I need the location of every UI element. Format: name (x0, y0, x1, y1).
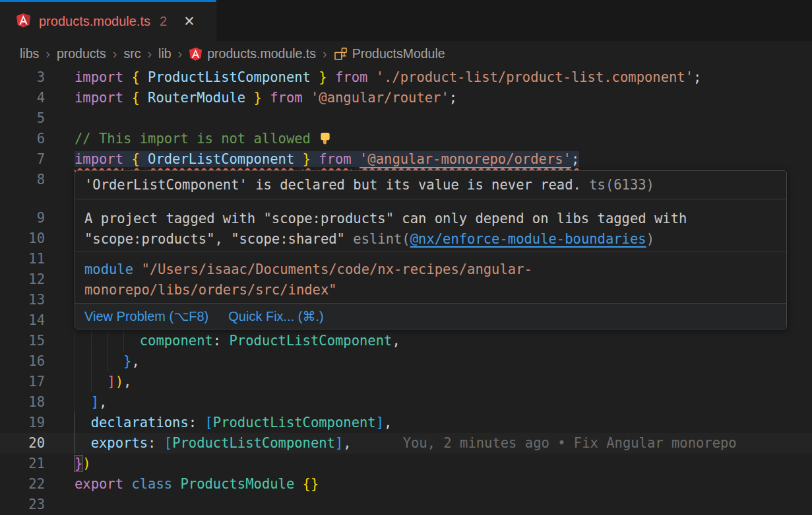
code-line-21[interactable]: 21}) (0, 454, 812, 474)
token: } (319, 69, 327, 85)
hover-text: A project tagged with "scope:products" c… (84, 211, 687, 226)
line-content: import { ProductListComponent } from './… (0, 67, 812, 88)
line-content: component: ProductListComponent, (0, 331, 812, 351)
line-number-9[interactable]: 9 (0, 208, 45, 228)
hover-text: module (84, 261, 141, 277)
token (140, 69, 148, 85)
line-number-23[interactable]: 23 (0, 495, 45, 515)
token (75, 415, 91, 430)
code-line-20[interactable]: 20 exports: [ProductListComponent],You, … (0, 433, 812, 454)
line-number-5[interactable]: 5 (0, 108, 45, 129)
token: [ (164, 435, 172, 451)
token: './product-list/product-list.component' (376, 69, 693, 85)
token (123, 151, 131, 167)
indent-guide (75, 331, 75, 351)
indent-guide (91, 331, 92, 351)
hover-text: ts(6133) (581, 177, 654, 193)
indent-guide (107, 331, 108, 351)
code-line-6[interactable]: 6// This import is not allowed (0, 129, 812, 149)
token: class (131, 476, 172, 492)
line-number-8[interactable]: 8 (0, 170, 45, 190)
line-number-10[interactable]: 10 (0, 228, 45, 249)
code-line-17[interactable]: 17 ]), (0, 372, 812, 392)
token: { (131, 69, 139, 85)
token: RouterModule (148, 90, 245, 106)
token: // This import is not allowed (75, 131, 319, 147)
token (123, 476, 131, 492)
code-editor[interactable]: 3import { ProductListComponent } from '.… (0, 0, 812, 515)
token (75, 353, 123, 369)
token (367, 69, 375, 85)
token: ProductListComponent (172, 435, 335, 451)
code-line-5[interactable]: 5 (0, 108, 812, 129)
indent-guide (123, 331, 124, 351)
code-line-15[interactable]: 15 component: ProductListComponent, (0, 331, 812, 351)
hover-text-line: monorepo/libs/orders/src/index" (84, 280, 777, 300)
hover-text: "scope:products", "scope:shared" (84, 231, 353, 247)
hover-text: "/Users/isaac/Documents/code/nx-recipes/… (141, 261, 532, 277)
token: ; (571, 151, 579, 167)
token: OrderListComponent (148, 151, 294, 167)
token (352, 151, 359, 167)
hover-action-view-problem-f8[interactable]: View Problem (⌥F8) (84, 308, 208, 324)
token: ] (335, 435, 343, 451)
code-line-19[interactable]: 19 declarations: [ProductListComponent], (0, 413, 812, 433)
token: ProductListComponent (148, 69, 311, 85)
indent-guide (75, 413, 75, 433)
code-line-16[interactable]: 16 }, (0, 351, 812, 372)
token: , (123, 374, 131, 390)
hover-text-line: "scope:products", "scope:shared" eslint(… (84, 229, 777, 250)
token (140, 90, 148, 106)
token: } (254, 90, 262, 106)
indent-guide (75, 351, 75, 372)
token: export (75, 476, 123, 492)
token (294, 476, 302, 492)
token: , (384, 415, 392, 430)
token: import (75, 90, 123, 106)
token: ; (693, 69, 701, 85)
line-content: exports: [ProductListComponent],You, 2 m… (0, 433, 812, 454)
token: : (189, 415, 205, 430)
line-number-11[interactable]: 11 (0, 249, 45, 269)
line-content: import { RouterModule } from '@angular/r… (0, 88, 812, 108)
token: from (319, 151, 351, 167)
code-line-22[interactable]: 22export class ProductsModule {} (0, 474, 812, 495)
line-content: import { OrderListComponent } from '@ang… (0, 149, 812, 170)
eslint-rule-link[interactable]: @nx/enforce-module-boundaries (410, 231, 646, 247)
hover-text-line: 'OrderListComponent' is declared but its… (84, 175, 777, 195)
code-line-23[interactable]: 23 (0, 495, 812, 515)
token: , (99, 394, 107, 410)
token: exports (91, 435, 148, 451)
token (140, 151, 148, 167)
token: , (343, 435, 351, 451)
indent-guide (107, 351, 108, 372)
lint-squiggle: import { OrderListComponent } from '@ang… (75, 151, 579, 167)
hover-text: 'OrderListComponent' is declared but its… (84, 177, 581, 193)
error-squiggle: import { OrderListComponent } from '@ang… (75, 151, 579, 167)
indent-guide (75, 372, 75, 392)
code-line-18[interactable]: 18 ], (0, 392, 812, 413)
token (123, 90, 131, 106)
line-content: declarations: [ProductListComponent], (0, 413, 812, 433)
token: } (75, 456, 82, 471)
token: from (270, 90, 302, 106)
hover-action-bar: View Problem (⌥F8)Quick Fix... (⌘.) (75, 303, 786, 329)
git-blame-annotation: You, 2 minutes ago • Fix Angular monorep… (403, 435, 737, 451)
hover-action-quick-fix[interactable]: Quick Fix... (⌘.) (228, 308, 323, 324)
line-number-14[interactable]: 14 (0, 310, 45, 331)
line-content: ]), (0, 372, 812, 392)
token: , (392, 333, 400, 349)
token: ] (107, 374, 115, 390)
line-number-13[interactable]: 13 (0, 290, 45, 310)
token: { (131, 151, 139, 167)
indent-guide (75, 392, 75, 413)
point-down-emoji (319, 131, 332, 145)
token (75, 394, 91, 410)
hover-text-line: module "/Users/isaac/Documents/code/nx-r… (84, 259, 777, 280)
token: ] (376, 415, 384, 430)
line-number-12[interactable]: 12 (0, 269, 45, 290)
code-line-4[interactable]: 4import { RouterModule } from '@angular/… (0, 88, 812, 108)
code-line-3[interactable]: 3import { ProductListComponent } from '.… (0, 67, 812, 88)
code-line-7[interactable]: 7import { OrderListComponent } from '@an… (0, 149, 812, 170)
token (327, 69, 335, 85)
